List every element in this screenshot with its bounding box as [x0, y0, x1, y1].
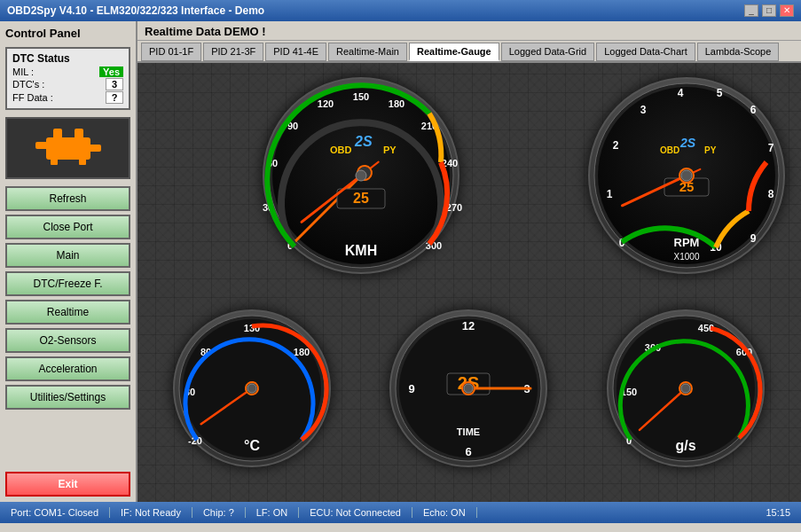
svg-rect-6	[79, 158, 86, 165]
right-panel: Realtime Data DEMO ! PID 01-1F PID 21-3F…	[137, 21, 801, 502]
svg-text:180: 180	[388, 98, 404, 109]
svg-text:9: 9	[750, 232, 756, 245]
svg-text:OBD: OBD	[330, 145, 352, 155]
tab-pid-21-3f[interactable]: PID 21-3F	[203, 43, 263, 61]
engine-warning-icon	[28, 124, 108, 173]
utilities-button[interactable]: Utilities/Settings	[5, 385, 130, 410]
svg-text:3: 3	[640, 104, 646, 116]
svg-text:TIME: TIME	[457, 426, 480, 437]
svg-text:5: 5	[716, 87, 722, 99]
mil-row: MIL : Yes	[12, 66, 123, 77]
status-bar: Port: COM1- Closed IF: Not Ready Chip: ?…	[0, 502, 801, 523]
main-button[interactable]: Main	[5, 243, 130, 268]
svg-rect-4	[89, 145, 101, 152]
title-bar: OBD2Spy V4.10 - ELM320/322/323 Interface…	[0, 0, 801, 21]
status-port: Port: COM1- Closed	[0, 507, 110, 518]
svg-text:150: 150	[352, 91, 368, 102]
tab-pid-41-4e[interactable]: PID 41-4E	[265, 43, 326, 61]
mil-value: Yes	[99, 66, 123, 77]
tab-lambda-scope[interactable]: Lambda-Scope	[697, 43, 780, 61]
tab-realtime-gauge[interactable]: Realtime-Gauge	[409, 43, 499, 61]
tab-logged-grid[interactable]: Logged Data-Grid	[501, 43, 594, 61]
svg-text:2S: 2S	[354, 134, 373, 149]
panel-title: Control Panel	[5, 27, 130, 40]
time-gauge-svg: 12 3 6 9 2S TIME	[387, 307, 551, 471]
svg-point-31	[356, 170, 366, 181]
window-controls[interactable]: _ □ ✕	[744, 4, 794, 17]
dtc-freeze-button[interactable]: DTC/Freeze F.	[5, 271, 130, 296]
status-lf: LF: ON	[246, 507, 299, 518]
temp-gauge-svg: -20 30 80 130 180 °C	[170, 307, 334, 471]
svg-text:2S: 2S	[679, 136, 696, 150]
dtcs-value: 3	[106, 78, 123, 90]
speed-gauge-svg: 0 30 60 90 120 150 180 21	[224, 74, 499, 278]
tab-realtime-main[interactable]: Realtime-Main	[328, 43, 407, 61]
svg-rect-7	[55, 135, 62, 139]
svg-text:8: 8	[767, 188, 774, 200]
status-time: 15:15	[755, 507, 801, 518]
svg-point-68	[247, 384, 256, 393]
svg-rect-5	[51, 158, 58, 165]
svg-text:120: 120	[317, 98, 333, 109]
svg-text:OBD: OBD	[660, 145, 679, 155]
dtcs-row: DTC's : 3	[12, 78, 123, 90]
tab-pid-01-1f[interactable]: PID 01-1F	[141, 43, 201, 61]
tab-logged-chart[interactable]: Logged Data-Chart	[596, 43, 695, 61]
dtc-status-box: DTC Status MIL : Yes DTC's : 3 FF Data :…	[5, 47, 130, 110]
maximize-button[interactable]: □	[762, 4, 776, 17]
svg-text:g/s: g/s	[676, 438, 696, 453]
svg-text:2: 2	[612, 139, 618, 152]
exit-button[interactable]: Exit	[5, 472, 130, 497]
svg-point-93	[681, 384, 690, 393]
svg-point-55	[681, 170, 692, 181]
tab-bar: PID 01-1F PID 21-3F PID 41-4E Realtime-M…	[137, 41, 801, 63]
main-layout: Control Panel DTC Status MIL : Yes DTC's…	[0, 21, 801, 502]
svg-rect-1	[35, 142, 48, 149]
status-echo: Echo: ON	[412, 507, 477, 518]
rpm-gauge-svg: 0 1 2 3 4 5 6 7 8 9 10 OBD 2S	[585, 74, 789, 278]
mil-label: MIL :	[12, 66, 34, 77]
acceleration-button[interactable]: Acceleration	[5, 356, 130, 381]
status-ecu: ECU: Not Connected	[299, 507, 412, 518]
dtcs-label: DTC's :	[12, 79, 44, 90]
flow-gauge-svg: 0 150 300 450 600 g/s	[604, 307, 768, 471]
svg-text:25: 25	[353, 191, 369, 206]
window-title: OBD2Spy V4.10 - ELM320/322/323 Interface…	[7, 4, 264, 17]
realtime-button[interactable]: Realtime	[5, 300, 130, 325]
svg-text:PY: PY	[704, 145, 717, 155]
ff-row: FF Data : ?	[12, 91, 123, 104]
svg-text:PY: PY	[383, 145, 397, 155]
minimize-button[interactable]: _	[744, 4, 758, 17]
svg-text:6: 6	[466, 445, 472, 458]
svg-text:9: 9	[409, 382, 415, 395]
dtc-status-title: DTC Status	[12, 52, 123, 65]
svg-rect-8	[75, 135, 82, 139]
flow-gauge: 0 150 300 450 600 g/s	[582, 287, 790, 492]
svg-text:X1000: X1000	[673, 252, 699, 262]
o2-sensors-button[interactable]: O2-Sensors	[5, 328, 130, 353]
mil-icon-box	[5, 117, 130, 179]
content-header: Realtime Data DEMO !	[137, 21, 801, 41]
svg-text:KMH: KMH	[344, 243, 376, 258]
speed-gauge: 0 30 60 90 120 150 180 21	[148, 74, 573, 278]
status-chip: Chip: ?	[192, 507, 246, 518]
svg-text:12: 12	[462, 319, 475, 332]
ff-label: FF Data :	[12, 92, 53, 103]
svg-text:7: 7	[767, 142, 774, 154]
svg-text:°C: °C	[244, 438, 260, 453]
control-panel: Control Panel DTC Status MIL : Yes DTC's…	[0, 21, 137, 502]
svg-text:1: 1	[606, 188, 612, 200]
svg-point-81	[464, 384, 473, 393]
svg-text:180: 180	[294, 347, 310, 357]
svg-text:6: 6	[750, 104, 756, 116]
gauge-area: 0 30 60 90 120 150 180 21	[137, 63, 801, 502]
status-if: IF: Not Ready	[110, 507, 192, 518]
refresh-button[interactable]: Refresh	[5, 186, 130, 211]
time-gauge: 12 3 6 9 2S TIME	[365, 287, 574, 492]
rpm-gauge: 0 1 2 3 4 5 6 7 8 9 10 OBD 2S	[582, 74, 790, 278]
close-port-button[interactable]: Close Port	[5, 215, 130, 239]
temp-gauge: -20 30 80 130 180 °C	[148, 287, 357, 492]
ff-value: ?	[106, 91, 123, 104]
svg-text:4: 4	[677, 87, 683, 99]
close-button[interactable]: ✕	[780, 4, 794, 17]
